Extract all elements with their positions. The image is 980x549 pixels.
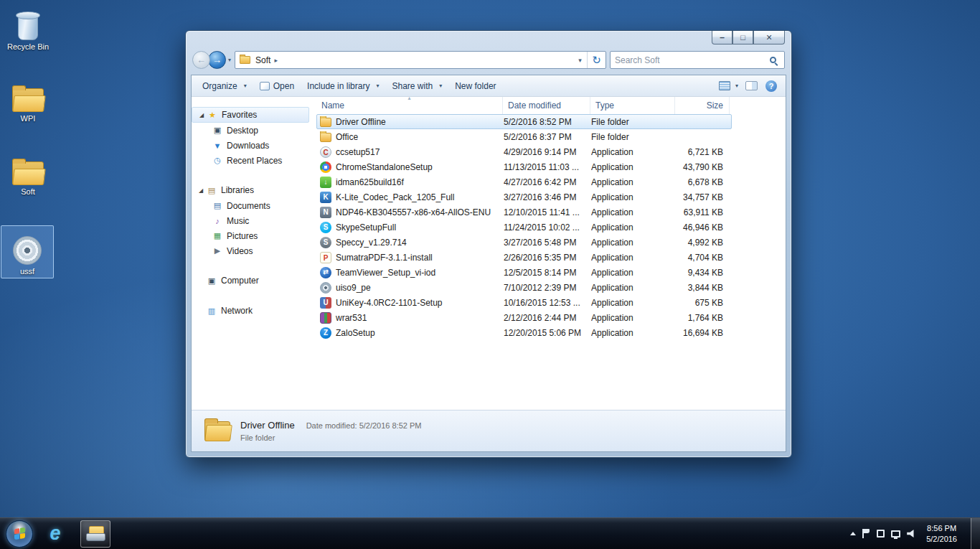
sidebar-group-computer[interactable]: ▣Computer <box>192 273 314 288</box>
sidebar-group-favorites[interactable]: ◢★Favorites <box>192 107 309 123</box>
file-row[interactable]: ChromeStandaloneSetup11/13/2015 11:03 ..… <box>316 159 732 174</box>
search-input[interactable] <box>611 55 770 65</box>
column-header-date[interactable]: Date modified <box>503 97 590 114</box>
address-bar[interactable]: Soft <box>235 51 606 69</box>
open-button[interactable]: Open <box>253 77 301 95</box>
sidebar-item-downloads[interactable]: ▼Downloads <box>192 138 314 153</box>
file-type: Application <box>591 147 676 157</box>
file-type: File folder <box>591 117 676 127</box>
address-dropdown-icon[interactable] <box>573 57 587 64</box>
start-button[interactable] <box>6 520 33 548</box>
dotnet-icon: N <box>320 207 331 218</box>
videos-icon: ▶ <box>212 246 223 255</box>
desktop-icon-soft[interactable]: Soft <box>1 149 55 197</box>
file-row[interactable]: PSumatraPDF-3.1.1-install2/26/2016 5:35 … <box>316 250 732 265</box>
sidebar-group-libraries[interactable]: ◢▤Libraries <box>192 182 314 198</box>
collapse-icon[interactable]: ◢ <box>196 187 206 194</box>
sidebar-group-network[interactable]: ▥Network <box>192 303 314 319</box>
hidden-icons-chevron-icon[interactable] <box>850 532 856 535</box>
file-row[interactable]: uiso9_pe7/10/2012 2:39 PMApplication3,84… <box>316 280 732 295</box>
file-row[interactable]: ↓idman625build16f4/27/2016 6:42 PMApplic… <box>316 174 732 189</box>
file-type: Application <box>591 222 676 233</box>
favorites-star-icon: ★ <box>207 111 218 120</box>
search-box[interactable] <box>610 51 785 69</box>
file-name: ↓idman625build16f <box>319 177 504 188</box>
volume-icon[interactable] <box>907 530 916 538</box>
organize-button[interactable]: Organize <box>196 77 253 95</box>
column-header-size[interactable]: Size <box>675 97 730 114</box>
file-type: Application <box>591 283 676 293</box>
file-row[interactable]: ⇄TeamViewer_Setup_vi-iod12/5/2015 8:14 P… <box>316 265 732 280</box>
teamviewer-icon: ⇄ <box>320 267 331 278</box>
taskbar-windows-explorer-button[interactable] <box>80 520 110 548</box>
libraries-icon: ▤ <box>206 186 217 195</box>
file-row[interactable]: SSkypeSetupFull11/24/2015 10:02 ...Appli… <box>316 220 732 235</box>
file-row[interactable]: ZZaloSetup12/20/2015 5:06 PMApplication1… <box>316 325 732 340</box>
sidebar-item-videos[interactable]: ▶Videos <box>192 243 314 258</box>
close-button[interactable] <box>753 31 785 44</box>
sidebar-item-music[interactable]: ♪Music <box>192 213 314 228</box>
file-date: 3/27/2016 5:48 PM <box>504 238 591 248</box>
file-size: 63,911 KB <box>676 207 730 217</box>
action-center-flag-icon[interactable] <box>862 529 870 538</box>
breadcrumb-chevron-icon[interactable] <box>274 57 278 64</box>
sumatra-icon: P <box>320 252 331 263</box>
new-folder-button[interactable]: New folder <box>448 77 502 95</box>
share-with-button[interactable]: Share with <box>385 77 448 95</box>
search-icon[interactable] <box>770 57 776 63</box>
sidebar-item-label: Downloads <box>227 141 269 151</box>
column-header-type[interactable]: Type <box>590 97 675 114</box>
desktop-icon-ussf[interactable]: ussf <box>1 225 54 278</box>
desktop-icon-wpi[interactable]: WPI <box>1 76 55 123</box>
include-in-library-button[interactable]: Include in library <box>301 77 385 95</box>
file-size: 16,694 KB <box>676 328 730 338</box>
minimize-button[interactable] <box>712 31 732 44</box>
help-button[interactable] <box>761 78 781 95</box>
file-row[interactable]: Driver Offline5/2/2016 8:52 PMFile folde… <box>316 114 732 129</box>
file-row[interactable]: UUniKey-4.0RC2-1101-Setup10/16/2015 12:5… <box>316 295 732 310</box>
system-tray: 8:56 PM 5/2/2016 <box>850 518 980 549</box>
taskbar-internet-explorer-button[interactable] <box>40 520 70 548</box>
desktop-icon-recycle-bin[interactable]: Recycle Bin <box>1 4 55 52</box>
file-row[interactable]: KK-Lite_Codec_Pack_1205_Full3/27/2016 3:… <box>316 189 732 205</box>
refresh-button[interactable] <box>587 52 606 68</box>
file-type: Application <box>591 162 676 172</box>
file-name: wrar531 <box>319 312 504 324</box>
sidebar-item-documents[interactable]: ▤Documents <box>192 198 314 213</box>
change-view-button[interactable] <box>715 78 742 93</box>
sidebar-item-pictures[interactable]: ▦Pictures <box>192 228 314 243</box>
file-type: Application <box>591 253 676 263</box>
system-tray-icon[interactable] <box>877 530 885 538</box>
forward-button[interactable] <box>208 51 226 69</box>
file-row[interactable]: wrar5312/12/2016 2:44 PMApplication1,764… <box>316 310 732 325</box>
sidebar-item-recent-places[interactable]: ◷Recent Places <box>192 153 314 168</box>
file-type: Application <box>591 328 676 338</box>
back-button[interactable] <box>192 51 210 69</box>
file-row[interactable]: SSpeccy_v1.29.7143/27/2016 5:48 PMApplic… <box>316 235 732 250</box>
sidebar-group-label: Libraries <box>221 185 254 195</box>
sidebar-item-desktop[interactable]: ▣Desktop <box>192 123 314 138</box>
sidebar-item-label: Recent Places <box>227 156 282 166</box>
taskbar-clock[interactable]: 8:56 PM 5/2/2016 <box>923 523 963 545</box>
network-icon[interactable] <box>891 530 900 538</box>
breadcrumb[interactable]: Soft <box>254 55 274 65</box>
collapse-icon[interactable]: ◢ <box>197 112 207 118</box>
show-desktop-button[interactable] <box>971 518 980 549</box>
file-name: KK-Lite_Codec_Pack_1205_Full <box>319 192 504 203</box>
recent-pages-dropdown-icon[interactable] <box>226 57 235 63</box>
preview-pane-icon <box>745 81 758 90</box>
column-header-name[interactable]: Name <box>316 97 503 114</box>
file-size: 6,678 KB <box>676 177 730 187</box>
file-date: 4/29/2016 9:14 PM <box>504 147 591 157</box>
file-row[interactable]: NNDP46-KB3045557-x86-x64-AllOS-ENU12/10/… <box>316 205 732 220</box>
title-bar[interactable] <box>186 31 791 50</box>
file-row[interactable]: Cccsetup5174/29/2016 9:14 PMApplication6… <box>316 144 732 159</box>
folder-icon <box>1 149 55 185</box>
documents-icon: ▤ <box>212 201 223 210</box>
file-row[interactable]: Office5/2/2016 8:37 PMFile folder <box>316 129 732 144</box>
file-date: 2/12/2016 2:44 PM <box>504 313 591 323</box>
clock-date: 5/2/2016 <box>926 534 957 545</box>
chrome-icon <box>320 161 331 173</box>
maximize-button[interactable] <box>732 31 753 44</box>
preview-pane-button[interactable] <box>742 78 761 93</box>
